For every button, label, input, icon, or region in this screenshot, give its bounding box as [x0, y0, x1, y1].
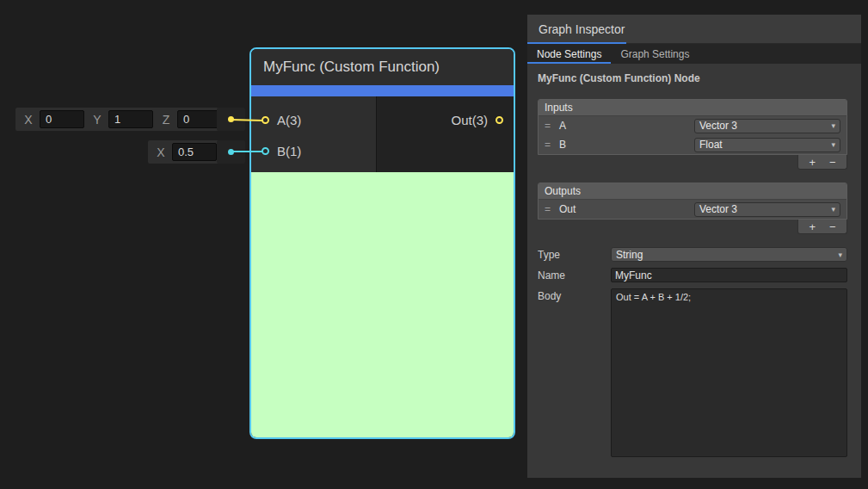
x-field-group: X 0: [17, 108, 86, 131]
dropdown-arrow-icon: ▾: [831, 121, 835, 130]
node-preview: [251, 172, 514, 437]
add-output-button[interactable]: +: [809, 221, 816, 232]
outputs-list: Outputs = Out Vector 3 ▾: [538, 183, 847, 220]
input-b-type-dropdown[interactable]: Float ▾: [694, 138, 840, 152]
inspector-title: Graph Inspector: [539, 22, 625, 36]
inspector-content: MyFunc (Custom Function) Node Inputs = A…: [527, 64, 861, 478]
node-title: MyFunc (Custom Function): [263, 59, 440, 76]
z-field-group: Z 0: [155, 108, 224, 131]
tab-node-settings-label: Node Settings: [537, 48, 601, 60]
input-b-name: B: [559, 139, 694, 151]
float-x-field-label: X: [150, 145, 172, 159]
remove-input-button[interactable]: −: [829, 157, 836, 168]
output-out-name: Out: [559, 203, 694, 215]
type-value: String: [616, 249, 643, 261]
input-port-column: A(3) B(1): [251, 96, 376, 172]
port-row-a: A(3): [251, 104, 376, 135]
float-port-dot[interactable]: [228, 149, 234, 155]
inputs-list-footer: + −: [797, 155, 847, 170]
remove-output-button[interactable]: −: [829, 221, 836, 232]
outputs-list-header: Outputs: [539, 183, 846, 200]
y-field-group: Y 1: [86, 108, 155, 131]
type-label: Type: [538, 247, 611, 261]
float-x-field-group: X 0.5: [150, 140, 219, 164]
add-input-button[interactable]: +: [809, 157, 816, 168]
name-label: Name: [538, 268, 611, 282]
vector3-port-dot[interactable]: [228, 116, 234, 122]
port-out-label: Out(3): [451, 113, 488, 127]
port-row-out: Out(3): [377, 104, 514, 135]
body-input[interactable]: Out = A + B + 1/2;: [611, 288, 847, 457]
inputs-list-footer-wrap: + −: [538, 155, 847, 170]
active-tab-underline: [527, 62, 611, 64]
tab-node-settings[interactable]: Node Settings: [527, 44, 611, 64]
outputs-list-footer-wrap: + −: [538, 220, 847, 234]
port-a-label: A(3): [277, 113, 301, 127]
node-title-bar[interactable]: MyFunc (Custom Function): [251, 49, 514, 85]
name-field-row: Name MyFunc: [538, 268, 847, 282]
name-input[interactable]: MyFunc: [611, 268, 847, 282]
input-b-type-value: Float: [699, 139, 723, 151]
type-field-row: Type String ▾: [538, 247, 847, 262]
type-dropdown[interactable]: String ▾: [611, 247, 847, 262]
drag-handle-icon[interactable]: =: [545, 203, 559, 215]
float-x-field-input[interactable]: 0.5: [172, 143, 217, 161]
body-field-row: Body Out = A + B + 1/2;: [538, 288, 847, 457]
input-row-a[interactable]: = A Vector 3 ▾: [539, 116, 846, 135]
tab-graph-settings-label: Graph Settings: [620, 48, 689, 60]
node-port-area: A(3) B(1) Out(3): [251, 96, 514, 172]
y-field-label: Y: [86, 113, 108, 127]
port-b[interactable]: [262, 147, 269, 155]
drag-handle-icon[interactable]: =: [545, 139, 559, 151]
body-label: Body: [538, 288, 611, 302]
x-field-input[interactable]: 0: [40, 110, 84, 128]
myfunc-custom-function-node[interactable]: MyFunc (Custom Function) A(3) B(1) Out(3…: [249, 47, 515, 439]
selected-node-heading: MyFunc (Custom Function) Node: [538, 72, 847, 84]
outputs-list-footer: + −: [797, 220, 847, 234]
inspector-tab-strip: Node Settings Graph Settings: [527, 44, 861, 64]
drag-handle-icon[interactable]: =: [545, 120, 559, 132]
z-field-label: Z: [155, 113, 177, 127]
y-field-input[interactable]: 1: [108, 110, 153, 128]
port-out[interactable]: [496, 116, 503, 124]
output-out-type-value: Vector 3: [699, 203, 737, 215]
node-color-bar: [251, 85, 514, 96]
input-a-type-value: Vector 3: [699, 120, 737, 132]
port-b-label: B(1): [277, 144, 301, 158]
input-a-name: A: [559, 120, 694, 132]
dropdown-arrow-icon: ▾: [831, 140, 835, 149]
float-connector-stub[interactable]: [217, 140, 245, 164]
inputs-list: Inputs = A Vector 3 ▾ = B Float ▾: [538, 99, 847, 155]
output-out-type-dropdown[interactable]: Vector 3 ▾: [694, 202, 840, 217]
port-row-b: B(1): [251, 135, 376, 166]
tab-graph-settings[interactable]: Graph Settings: [611, 44, 699, 64]
graph-inspector-panel: Graph Inspector Node Settings Graph Sett…: [527, 15, 861, 478]
output-row-out[interactable]: = Out Vector 3 ▾: [539, 200, 846, 219]
x-field-label: X: [17, 113, 40, 127]
input-row-b[interactable]: = B Float ▾: [539, 135, 846, 154]
inspector-header[interactable]: Graph Inspector: [527, 15, 861, 44]
input-a-type-dropdown[interactable]: Vector 3 ▾: [694, 119, 840, 133]
inputs-list-header: Inputs: [539, 100, 846, 116]
output-port-column: Out(3): [376, 96, 514, 172]
vector3-value-widget: X 0 Y 1 Z 0: [15, 108, 225, 131]
vector3-connector-stub[interactable]: [217, 108, 245, 131]
port-a[interactable]: [262, 116, 269, 124]
dropdown-arrow-icon: ▾: [831, 205, 835, 214]
float-value-widget: X 0.5: [148, 140, 220, 164]
z-field-input[interactable]: 0: [177, 110, 222, 128]
dropdown-arrow-icon: ▾: [838, 251, 842, 259]
